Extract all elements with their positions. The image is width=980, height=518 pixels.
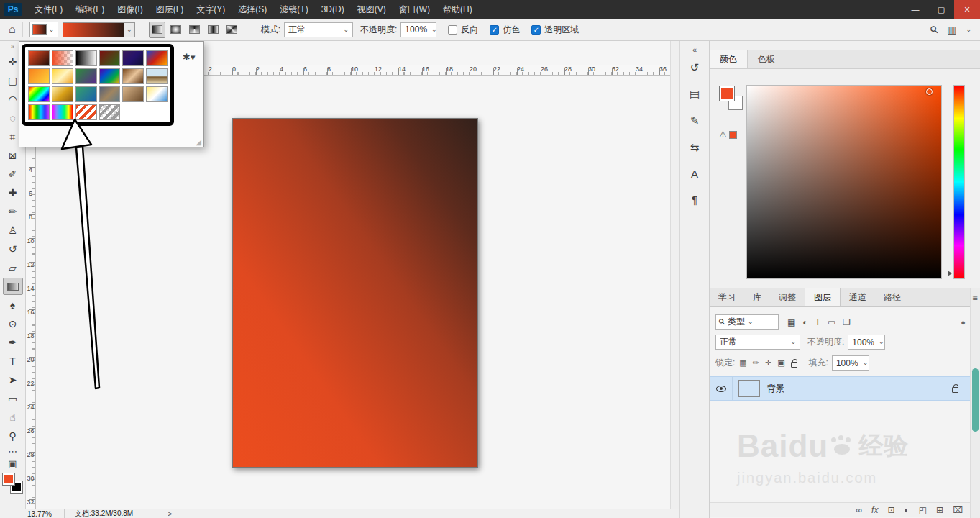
gradient-blue-red-yellow[interactable]: [146, 50, 168, 66]
reflected-gradient-button[interactable]: [205, 22, 221, 38]
lock-artboard-icon[interactable]: ▣: [777, 358, 784, 368]
home-icon[interactable]: ⌂: [9, 23, 16, 36]
brush-tool[interactable]: ✏: [3, 203, 23, 220]
gradient-tool[interactable]: [3, 278, 23, 295]
clone-stamp-tool[interactable]: ♙: [3, 222, 23, 239]
gradient-yellow-white[interactable]: [52, 68, 73, 84]
gradient-orange-yellow[interactable]: [28, 68, 50, 84]
diamond-gradient-button[interactable]: [224, 22, 240, 38]
pen-tool[interactable]: ✒: [3, 334, 23, 351]
filter-smart-object-icon[interactable]: ❒: [843, 317, 851, 327]
tab-swatches[interactable]: 色板: [748, 50, 785, 68]
toolbar-collapse-icon[interactable]: »: [11, 43, 14, 52]
search-icon[interactable]: ⚲: [928, 23, 941, 37]
gradient-red-green[interactable]: [99, 50, 121, 66]
menu-layer[interactable]: 图层(L): [150, 0, 191, 19]
menu-edit[interactable]: 编辑(E): [69, 0, 111, 19]
expand-panels-icon[interactable]: «: [692, 45, 697, 54]
path-selection-tool[interactable]: ➤: [3, 371, 23, 388]
reverse-checkbox[interactable]: 反向: [448, 24, 478, 36]
zoom-tool[interactable]: ⚲: [3, 427, 23, 445]
lock-transparency-icon[interactable]: ▦: [739, 358, 746, 368]
tab-paths[interactable]: 路径: [875, 288, 910, 306]
tab-libraries[interactable]: 库: [744, 288, 770, 306]
shape-tool[interactable]: ▭: [3, 390, 23, 407]
status-chevron-icon[interactable]: >: [168, 510, 172, 518]
menu-file[interactable]: 文件(F): [28, 0, 69, 19]
saturation-brightness-field[interactable]: [746, 85, 942, 279]
filter-pixel-icon[interactable]: ▦: [787, 317, 795, 327]
layer-mask-icon[interactable]: ⊡: [887, 505, 894, 515]
gradient-green-purple[interactable]: [75, 68, 97, 84]
character-panel-icon[interactable]: A: [691, 168, 698, 180]
layer-effects-icon[interactable]: fx: [871, 505, 878, 515]
menu-filter[interactable]: 滤镜(T): [273, 0, 314, 19]
canvas-scrollbar[interactable]: [670, 41, 679, 509]
workspace-switcher-icon[interactable]: ▥: [947, 24, 956, 35]
minimize-button[interactable]: —: [902, 0, 928, 19]
angle-gradient-button[interactable]: [186, 22, 203, 38]
menu-type[interactable]: 文字(Y): [190, 0, 232, 19]
blur-tool[interactable]: ♠: [3, 296, 23, 314]
gradient-yellow-blue[interactable]: [146, 86, 168, 102]
paragraph-panel-icon[interactable]: ¶: [692, 194, 697, 206]
panel-scrollbar-track[interactable]: ≣: [970, 288, 980, 518]
tab-color[interactable]: 颜色: [710, 50, 748, 68]
blend-mode-select[interactable]: 正常 ⌄: [284, 22, 353, 37]
clone-source-panel-icon[interactable]: ⇆: [690, 141, 700, 154]
brush-settings-panel-icon[interactable]: ✎: [690, 114, 700, 127]
screen-mode-icon[interactable]: ▣: [8, 458, 17, 469]
menu-view[interactable]: 视图(V): [351, 0, 393, 19]
gradient-chrome[interactable]: [146, 68, 168, 84]
menu-select[interactable]: 选择(S): [232, 0, 273, 19]
lock-pixels-icon[interactable]: ✏: [753, 358, 759, 368]
layer-filter-select[interactable]: ⚲ 类型 ⌄: [715, 314, 779, 330]
transparency-checkbox[interactable]: ✓透明区域: [531, 24, 579, 36]
panel-foreground-swatch[interactable]: [720, 86, 734, 101]
gradient-transparent-stripes[interactable]: [99, 104, 121, 120]
layer-thumbnail[interactable]: [738, 380, 760, 397]
dodge-tool[interactable]: ⊙: [3, 315, 23, 332]
eraser-tool[interactable]: ▱: [3, 259, 23, 276]
gradient-violet-blue[interactable]: [122, 50, 144, 66]
frame-tool[interactable]: ⊠: [3, 147, 23, 164]
hand-tool[interactable]: ☝: [3, 409, 23, 426]
history-brush-tool[interactable]: ↺: [3, 240, 23, 258]
foreground-color-swatch[interactable]: [3, 473, 14, 485]
more-tools-icon[interactable]: ⋯: [8, 446, 17, 457]
new-layer-icon[interactable]: ⊞: [936, 505, 943, 515]
history-panel-icon[interactable]: ↺: [690, 61, 700, 74]
gradient-spectrum-dark[interactable]: [99, 68, 121, 84]
zoom-level-field[interactable]: 13.77%: [27, 509, 65, 518]
gear-icon[interactable]: ✱▾: [183, 52, 195, 63]
delete-layer-icon[interactable]: ⌧: [953, 505, 963, 515]
gradient-tan-brown[interactable]: [122, 86, 144, 102]
gradient-rainbow-2[interactable]: [52, 104, 73, 120]
menu-window[interactable]: 窗口(W): [393, 0, 436, 19]
eyedropper-tool[interactable]: ✐: [3, 165, 23, 183]
tool-preset-picker[interactable]: ⌄: [29, 22, 58, 37]
adjustment-layer-icon[interactable]: ◐: [905, 505, 910, 515]
lock-all-icon[interactable]: [791, 362, 797, 368]
gradient-editor-button[interactable]: ⌄: [63, 22, 135, 37]
layer-group-icon[interactable]: ◰: [919, 505, 927, 515]
opacity-select[interactable]: 100% ⌄: [400, 22, 436, 37]
dither-checkbox[interactable]: ✓仿色: [490, 24, 520, 36]
radial-gradient-button[interactable]: [168, 22, 184, 38]
gradient-rainbow-1[interactable]: [28, 104, 50, 120]
gradient-red-stripes[interactable]: [75, 104, 97, 120]
gradient-muted-multi[interactable]: [99, 86, 121, 102]
gradient-green-blue[interactable]: [75, 86, 97, 102]
gradient-gold[interactable]: [52, 86, 73, 102]
chevron-down-icon[interactable]: ⌄: [966, 27, 971, 33]
menu-image[interactable]: 图像(I): [111, 0, 149, 19]
link-layers-icon[interactable]: ∞: [856, 505, 863, 515]
tab-learn[interactable]: 学习: [710, 288, 744, 306]
hue-slider[interactable]: [953, 85, 965, 279]
type-tool[interactable]: T: [3, 353, 23, 370]
resize-grip-icon[interactable]: ◢: [196, 138, 201, 146]
scrollbar-thumb[interactable]: [972, 368, 979, 432]
layer-fill-select[interactable]: 100% ⌄: [832, 355, 869, 371]
menu-3d[interactable]: 3D(D): [315, 0, 351, 19]
properties-panel-icon[interactable]: ▤: [690, 88, 700, 101]
